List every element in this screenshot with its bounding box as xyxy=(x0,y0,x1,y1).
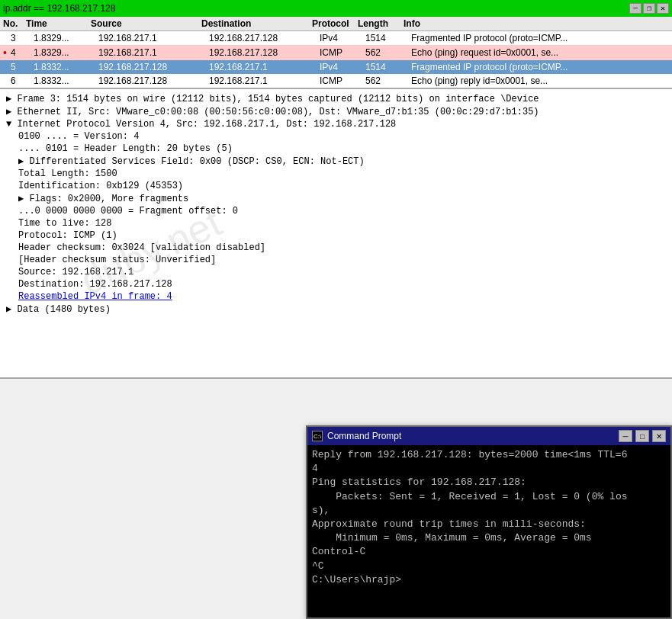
detail-pane: Frame 3: 1514 bytes on wire (12112 bits)… xyxy=(0,89,672,379)
table-row[interactable]: • 4 1.8329... 192.168.217.1 192.168.217.… xyxy=(0,45,672,60)
packet-list-header: No. Time Source Destination Protocol Len… xyxy=(0,17,672,31)
packet-no: 3 xyxy=(8,31,31,45)
ip-detail-line: Source: 192.168.217.1 xyxy=(6,266,666,278)
cmd-title-buttons: ─ □ ✕ xyxy=(619,430,666,442)
packet-source: 192.168.217.128 xyxy=(95,74,206,88)
dot-indicator xyxy=(0,79,8,82)
col-header-no: No. xyxy=(0,17,23,30)
ip-detail-line: Destination: 192.168.217.128 xyxy=(6,278,666,290)
packet-source: 192.168.217.128 xyxy=(95,60,206,74)
minimize-button[interactable]: ─ xyxy=(629,3,641,14)
packet-info: Echo (ping) request id=0x0001, se... xyxy=(408,46,672,59)
title-bar-buttons: ─ ❐ ✕ xyxy=(629,3,669,14)
cmd-output-line: Minimum = 0ms, Maximum = 0ms, Average = … xyxy=(312,531,666,545)
cmd-output-line: Ping statistics for 192.168.217.128: xyxy=(312,476,666,489)
dot-indicator xyxy=(0,66,8,69)
cmd-icon: C:\ xyxy=(312,431,323,441)
packet-time: 1.8329... xyxy=(31,46,95,59)
packet-list: No. Time Source Destination Protocol Len… xyxy=(0,17,672,89)
packet-no: 4 xyxy=(8,46,31,59)
restore-button[interactable]: ❐ xyxy=(643,3,655,14)
packet-no: 6 xyxy=(8,74,31,88)
title-bar: ip.addr == 192.168.217.128 ─ ❐ ✕ xyxy=(0,0,672,17)
packet-destination: 192.168.217.1 xyxy=(206,60,317,74)
packet-time: 1.8332... xyxy=(31,60,95,74)
packet-destination: 192.168.217.128 xyxy=(206,31,317,45)
col-header-info: Info xyxy=(400,17,672,30)
filter-text: ip.addr == 192.168.217.128 xyxy=(3,3,115,14)
packet-time: 1.8329... xyxy=(31,31,95,45)
packet-no: 5 xyxy=(8,60,31,74)
reassembled-link[interactable]: Reassembled IPv4 in frame: 4 xyxy=(18,291,172,302)
cmd-output-line: Packets: Sent = 1, Received = 1, Lost = … xyxy=(312,490,666,504)
table-row[interactable]: 6 1.8332... 192.168.217.128 192.168.217.… xyxy=(0,74,672,88)
cmd-output-line: s), xyxy=(312,504,666,518)
cmd-output-line: Approximate round trip times in milli-se… xyxy=(312,518,666,531)
cmd-title-label: Command Prompt xyxy=(327,431,401,441)
cmd-output-line: C:\Users\hrajp> xyxy=(312,573,666,587)
packet-protocol: IPv4 xyxy=(317,31,362,45)
table-row[interactable]: 5 1.8332... 192.168.217.128 192.168.217.… xyxy=(0,60,672,74)
cmd-body: Reply from 192.168.217.128: bytes=2000 t… xyxy=(307,445,670,617)
packet-source: 192.168.217.1 xyxy=(95,31,206,45)
ip-detail-line: Total Length: 1500 xyxy=(6,168,666,180)
ip-detail-line: Header checksum: 0x3024 [validation disa… xyxy=(6,242,666,254)
dot-indicator xyxy=(0,37,8,40)
ip-header-line[interactable]: Internet Protocol Version 4, Src: 192.16… xyxy=(6,118,666,130)
packet-info: Echo (ping) reply id=0x0001, se... xyxy=(408,74,672,88)
ip-detail-line: Identification: 0xb129 (45353) xyxy=(6,180,666,192)
col-header-protocol: Protocol xyxy=(309,17,355,30)
cmd-output-line: 4 xyxy=(312,462,666,476)
ip-detail-line: .... 0101 = Header Length: 20 bytes (5) xyxy=(6,143,666,155)
packet-length: 562 xyxy=(362,74,408,88)
packet-destination: 192.168.217.1 xyxy=(206,74,317,88)
cmd-maximize-button[interactable]: □ xyxy=(635,430,649,442)
command-prompt-window: C:\ Command Prompt ─ □ ✕ Reply from 192.… xyxy=(306,425,672,619)
col-header-source: Source xyxy=(88,17,198,30)
cmd-output-line: Reply from 192.168.217.128: bytes=2000 t… xyxy=(312,448,666,462)
packet-length: 1514 xyxy=(362,31,408,45)
col-header-time: Time xyxy=(23,17,88,30)
frame-line[interactable]: Frame 3: 1514 bytes on wire (12112 bits)… xyxy=(6,92,666,105)
packet-source: 192.168.217.1 xyxy=(95,46,206,59)
ip-detail-line: Time to live: 128 xyxy=(6,217,666,229)
close-button[interactable]: ✕ xyxy=(657,3,669,14)
ip-detail-line[interactable]: Flags: 0x2000, More fragments xyxy=(6,192,666,205)
packet-protocol: ICMP xyxy=(317,46,362,59)
packet-protocol: IPv4 xyxy=(317,60,362,74)
cmd-output-line: Control-C xyxy=(312,545,666,559)
ethernet-line[interactable]: Ethernet II, Src: VMware_c0:00:08 (00:50… xyxy=(6,105,666,118)
cmd-lines: Reply from 192.168.217.128: bytes=2000 t… xyxy=(312,448,666,587)
ip-detail-line: 0100 .... = Version: 4 xyxy=(6,130,666,143)
col-header-length: Length xyxy=(355,17,400,30)
col-header-destination: Destination xyxy=(198,17,309,30)
packet-protocol: ICMP xyxy=(317,74,362,88)
cmd-minimize-button[interactable]: ─ xyxy=(619,430,632,442)
ip-detail-line: ...0 0000 0000 0000 = Fragment offset: 0 xyxy=(6,205,666,217)
cmd-output-line: ^C xyxy=(312,560,666,573)
dot-indicator: • xyxy=(0,45,8,60)
cmd-title-content: C:\ Command Prompt xyxy=(312,431,401,441)
ip-detail-line: [Header checksum status: Unverified] xyxy=(6,254,666,266)
packet-time: 1.8332... xyxy=(31,74,95,88)
table-row[interactable]: 3 1.8329... 192.168.217.1 192.168.217.12… xyxy=(0,31,672,45)
cmd-title-bar: C:\ Command Prompt ─ □ ✕ xyxy=(307,427,670,445)
data-line[interactable]: Data (1480 bytes) xyxy=(6,303,666,316)
ip-detail-line[interactable]: Differentiated Services Field: 0x00 (DSC… xyxy=(6,155,666,168)
cmd-close-button[interactable]: ✕ xyxy=(652,430,666,442)
ip-detail-line: Reassembled IPv4 in frame: 4 xyxy=(6,290,666,303)
ip-detail-line: Protocol: ICMP (1) xyxy=(6,229,666,242)
ip-sublines: 0100 .... = Version: 4.... 0101 = Header… xyxy=(6,130,666,303)
packet-info: Fragmented IP protocol (proto=ICMP... xyxy=(408,31,672,45)
packet-info: Fragmented IP protocol (proto=ICMP... xyxy=(408,60,672,74)
packet-length: 562 xyxy=(362,46,408,59)
packet-rows: 3 1.8329... 192.168.217.1 192.168.217.12… xyxy=(0,31,672,88)
packet-destination: 192.168.217.128 xyxy=(206,46,317,59)
packet-length: 1514 xyxy=(362,60,408,74)
